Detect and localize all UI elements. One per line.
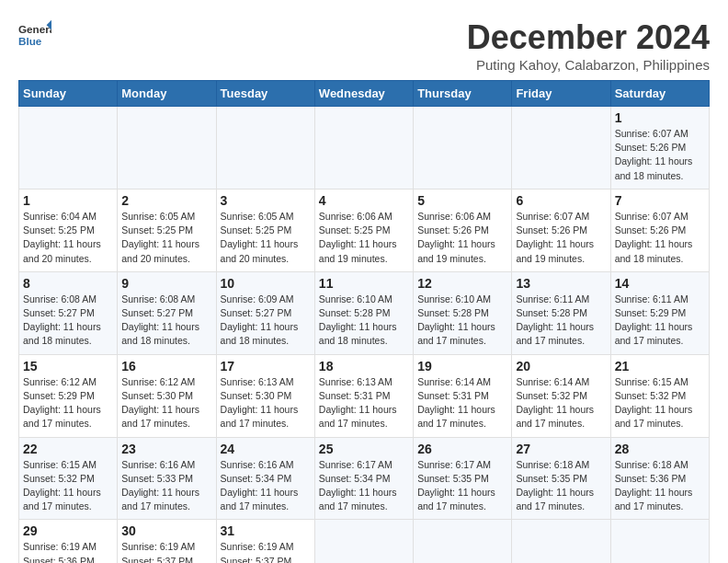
day-info: Sunrise: 6:10 AM Sunset: 5:28 PM Dayligh… bbox=[417, 293, 507, 349]
calendar-week-row: 1Sunrise: 6:04 AM Sunset: 5:25 PM Daylig… bbox=[19, 189, 710, 271]
column-header-tuesday: Tuesday bbox=[216, 81, 314, 107]
calendar-cell: 20Sunrise: 6:14 AM Sunset: 5:32 PM Dayli… bbox=[512, 354, 610, 437]
calendar-cell: 6Sunrise: 6:07 AM Sunset: 5:26 PM Daylig… bbox=[512, 189, 610, 271]
day-info: Sunrise: 6:08 AM Sunset: 5:27 PM Dayligh… bbox=[23, 293, 113, 349]
day-number: 31 bbox=[221, 523, 311, 538]
day-number: 8 bbox=[23, 276, 113, 291]
page-header: General Blue December 2024 Puting Kahoy,… bbox=[18, 18, 710, 73]
column-header-saturday: Saturday bbox=[610, 81, 709, 107]
calendar-cell bbox=[610, 520, 709, 563]
calendar-cell: 30Sunrise: 6:19 AM Sunset: 5:37 PM Dayli… bbox=[118, 520, 216, 563]
calendar-week-row: 8Sunrise: 6:08 AM Sunset: 5:27 PM Daylig… bbox=[19, 271, 710, 354]
day-number: 9 bbox=[121, 276, 211, 291]
calendar-cell: 16Sunrise: 6:12 AM Sunset: 5:30 PM Dayli… bbox=[118, 354, 216, 437]
day-info: Sunrise: 6:12 AM Sunset: 5:29 PM Dayligh… bbox=[23, 375, 113, 431]
day-info: Sunrise: 6:15 AM Sunset: 5:32 PM Dayligh… bbox=[23, 458, 113, 514]
day-number: 29 bbox=[23, 523, 113, 538]
calendar-cell: 28Sunrise: 6:18 AM Sunset: 5:36 PM Dayli… bbox=[610, 437, 709, 520]
svg-text:Blue: Blue bbox=[18, 35, 42, 47]
day-info: Sunrise: 6:10 AM Sunset: 5:28 PM Dayligh… bbox=[319, 293, 409, 349]
calendar-cell bbox=[314, 520, 413, 563]
calendar-cell: 14Sunrise: 6:11 AM Sunset: 5:29 PM Dayli… bbox=[610, 271, 709, 354]
calendar-cell: 10Sunrise: 6:09 AM Sunset: 5:27 PM Dayli… bbox=[216, 271, 314, 354]
day-info: Sunrise: 6:07 AM Sunset: 5:26 PM Dayligh… bbox=[615, 210, 705, 266]
calendar-cell: 9Sunrise: 6:08 AM Sunset: 5:27 PM Daylig… bbox=[118, 271, 216, 354]
day-info: Sunrise: 6:13 AM Sunset: 5:31 PM Dayligh… bbox=[319, 375, 409, 431]
day-info: Sunrise: 6:11 AM Sunset: 5:29 PM Dayligh… bbox=[615, 293, 705, 349]
column-header-monday: Monday bbox=[118, 81, 216, 107]
calendar-cell bbox=[414, 107, 512, 190]
calendar-table: SundayMondayTuesdayWednesdayThursdayFrid… bbox=[18, 80, 710, 563]
day-number: 18 bbox=[319, 359, 409, 373]
day-info: Sunrise: 6:17 AM Sunset: 5:34 PM Dayligh… bbox=[319, 458, 409, 514]
calendar-cell: 21Sunrise: 6:15 AM Sunset: 5:32 PM Dayli… bbox=[610, 354, 709, 437]
day-info: Sunrise: 6:05 AM Sunset: 5:25 PM Dayligh… bbox=[221, 210, 311, 266]
calendar-cell bbox=[118, 107, 216, 190]
day-number: 19 bbox=[417, 359, 507, 373]
calendar-week-row: 1Sunrise: 6:07 AM Sunset: 5:26 PM Daylig… bbox=[19, 107, 710, 190]
day-number: 30 bbox=[121, 523, 211, 538]
calendar-cell: 13Sunrise: 6:11 AM Sunset: 5:28 PM Dayli… bbox=[512, 271, 610, 354]
day-info: Sunrise: 6:07 AM Sunset: 5:26 PM Dayligh… bbox=[516, 210, 606, 266]
calendar-cell: 1Sunrise: 6:04 AM Sunset: 5:25 PM Daylig… bbox=[19, 189, 118, 271]
day-info: Sunrise: 6:06 AM Sunset: 5:25 PM Dayligh… bbox=[319, 210, 409, 266]
calendar-cell: 11Sunrise: 6:10 AM Sunset: 5:28 PM Dayli… bbox=[314, 271, 413, 354]
calendar-cell bbox=[314, 107, 413, 190]
day-number: 13 bbox=[516, 276, 606, 291]
title-block: December 2024 Puting Kahoy, Calabarzon, … bbox=[467, 18, 710, 73]
day-info: Sunrise: 6:19 AM Sunset: 5:36 PM Dayligh… bbox=[23, 540, 113, 563]
logo-icon: General Blue bbox=[18, 18, 51, 52]
calendar-week-row: 22Sunrise: 6:15 AM Sunset: 5:32 PM Dayli… bbox=[19, 437, 710, 520]
day-info: Sunrise: 6:12 AM Sunset: 5:30 PM Dayligh… bbox=[121, 375, 211, 431]
calendar-cell: 25Sunrise: 6:17 AM Sunset: 5:34 PM Dayli… bbox=[314, 437, 413, 520]
day-number: 27 bbox=[516, 442, 606, 456]
day-number: 28 bbox=[615, 442, 705, 456]
day-number: 1 bbox=[615, 110, 705, 125]
calendar-cell: 3Sunrise: 6:05 AM Sunset: 5:25 PM Daylig… bbox=[216, 189, 314, 271]
day-number: 6 bbox=[516, 193, 606, 208]
day-number: 17 bbox=[221, 359, 311, 373]
day-info: Sunrise: 6:13 AM Sunset: 5:30 PM Dayligh… bbox=[221, 375, 311, 431]
calendar-cell: 26Sunrise: 6:17 AM Sunset: 5:35 PM Dayli… bbox=[414, 437, 512, 520]
calendar-cell: 31Sunrise: 6:19 AM Sunset: 5:37 PM Dayli… bbox=[216, 520, 314, 563]
calendar-cell bbox=[512, 107, 610, 190]
calendar-cell: 4Sunrise: 6:06 AM Sunset: 5:25 PM Daylig… bbox=[314, 189, 413, 271]
day-number: 1 bbox=[23, 193, 113, 208]
calendar-cell: 2Sunrise: 6:05 AM Sunset: 5:25 PM Daylig… bbox=[118, 189, 216, 271]
calendar-cell: 18Sunrise: 6:13 AM Sunset: 5:31 PM Dayli… bbox=[314, 354, 413, 437]
day-number: 15 bbox=[23, 359, 113, 373]
calendar-cell: 27Sunrise: 6:18 AM Sunset: 5:35 PM Dayli… bbox=[512, 437, 610, 520]
calendar-cell bbox=[512, 520, 610, 563]
day-info: Sunrise: 6:05 AM Sunset: 5:25 PM Dayligh… bbox=[121, 210, 211, 266]
day-info: Sunrise: 6:19 AM Sunset: 5:37 PM Dayligh… bbox=[221, 540, 311, 563]
calendar-cell: 24Sunrise: 6:16 AM Sunset: 5:34 PM Dayli… bbox=[216, 437, 314, 520]
day-number: 11 bbox=[319, 276, 409, 291]
day-info: Sunrise: 6:16 AM Sunset: 5:34 PM Dayligh… bbox=[221, 458, 311, 514]
day-number: 5 bbox=[417, 193, 507, 208]
month-title: December 2024 bbox=[467, 18, 710, 57]
calendar-cell bbox=[216, 107, 314, 190]
day-number: 21 bbox=[615, 359, 705, 373]
calendar-cell: 19Sunrise: 6:14 AM Sunset: 5:31 PM Dayli… bbox=[414, 354, 512, 437]
day-info: Sunrise: 6:09 AM Sunset: 5:27 PM Dayligh… bbox=[221, 293, 311, 349]
day-number: 22 bbox=[23, 442, 113, 456]
column-header-sunday: Sunday bbox=[19, 81, 118, 107]
day-number: 20 bbox=[516, 359, 606, 373]
svg-text:General: General bbox=[18, 23, 51, 35]
calendar-week-row: 15Sunrise: 6:12 AM Sunset: 5:29 PM Dayli… bbox=[19, 354, 710, 437]
calendar-header-row: SundayMondayTuesdayWednesdayThursdayFrid… bbox=[19, 81, 710, 107]
calendar-cell: 29Sunrise: 6:19 AM Sunset: 5:36 PM Dayli… bbox=[19, 520, 118, 563]
location-title: Puting Kahoy, Calabarzon, Philippines bbox=[467, 57, 710, 73]
calendar-cell: 17Sunrise: 6:13 AM Sunset: 5:30 PM Dayli… bbox=[216, 354, 314, 437]
day-number: 7 bbox=[615, 193, 705, 208]
day-number: 25 bbox=[319, 442, 409, 456]
column-header-wednesday: Wednesday bbox=[314, 81, 413, 107]
day-info: Sunrise: 6:11 AM Sunset: 5:28 PM Dayligh… bbox=[516, 293, 606, 349]
logo: General Blue bbox=[18, 18, 51, 52]
day-number: 24 bbox=[221, 442, 311, 456]
calendar-cell: 8Sunrise: 6:08 AM Sunset: 5:27 PM Daylig… bbox=[19, 271, 118, 354]
calendar-cell: 23Sunrise: 6:16 AM Sunset: 5:33 PM Dayli… bbox=[118, 437, 216, 520]
calendar-cell: 7Sunrise: 6:07 AM Sunset: 5:26 PM Daylig… bbox=[610, 189, 709, 271]
day-info: Sunrise: 6:17 AM Sunset: 5:35 PM Dayligh… bbox=[417, 458, 507, 514]
day-number: 12 bbox=[417, 276, 507, 291]
